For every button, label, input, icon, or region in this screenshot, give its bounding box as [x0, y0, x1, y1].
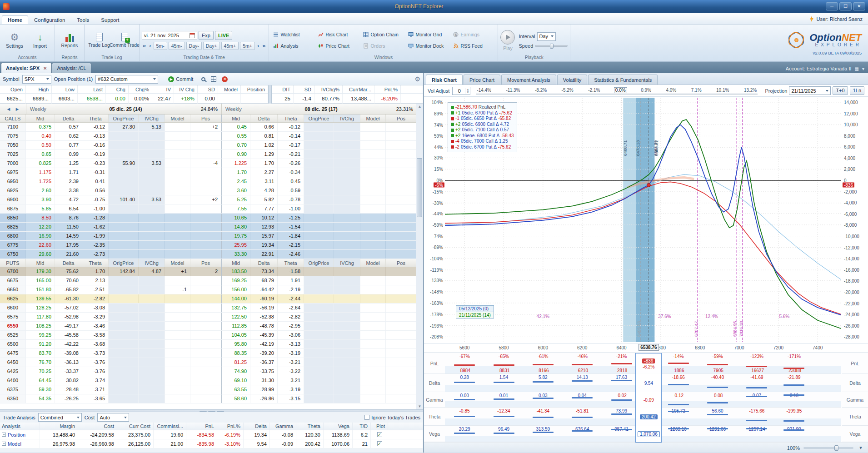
option-cell[interactable]: -68.79	[250, 276, 278, 285]
trade-log-button[interactable]: Trade Log	[87, 27, 111, 54]
option-cell[interactable]	[360, 141, 386, 149]
option-cell[interactable]: 55.90	[109, 159, 139, 168]
option-cell[interactable]	[360, 232, 386, 240]
option-cell[interactable]: 1.70	[221, 168, 250, 177]
panel-menu-icon[interactable]: ▾	[862, 66, 864, 71]
strike-cell[interactable]: 6775	[0, 241, 26, 249]
option-cell[interactable]	[139, 232, 165, 240]
option-cell[interactable]: 101.40	[109, 195, 139, 204]
window-toggle-risk-chart[interactable]: Risk Chart	[316, 30, 360, 40]
option-cell[interactable]	[334, 349, 360, 358]
option-cell[interactable]: 165.00	[26, 276, 55, 285]
option-cell[interactable]: 0.55	[221, 132, 250, 140]
window-toggle-analysis[interactable]: Analysis	[271, 41, 315, 51]
option-cell[interactable]	[386, 195, 417, 204]
option-cell[interactable]: 5.85	[26, 204, 55, 213]
option-cell[interactable]	[190, 331, 221, 339]
strike-cell[interactable]: 7100	[0, 123, 26, 131]
window-toggle-earnings[interactable]: $Earnings	[451, 30, 495, 40]
option-cell[interactable]	[304, 285, 334, 294]
vol-scale-tick[interactable]: 13.2%	[743, 88, 758, 93]
option-cell[interactable]: -2.51	[82, 285, 109, 294]
option-cell[interactable]: 0.70	[221, 141, 250, 149]
chain-row[interactable]: 642570.25-33.37-3.7674.90-33.75-3.22	[0, 367, 416, 376]
option-cell[interactable]: 5.82	[250, 195, 278, 204]
option-cell[interactable]	[165, 340, 190, 348]
option-cell[interactable]: 112.85	[221, 322, 250, 330]
option-cell[interactable]	[334, 159, 360, 168]
symbol-combo[interactable]: SPX	[22, 75, 51, 84]
chain-row[interactable]: 635054.35-26.25-3.6558.60-26.86-3.15	[0, 394, 416, 403]
option-cell[interactable]: 33.30	[221, 250, 250, 259]
option-cell[interactable]	[304, 159, 334, 168]
option-cell[interactable]: -0.23	[82, 159, 109, 168]
option-cell[interactable]	[109, 340, 139, 348]
option-cell[interactable]	[334, 267, 360, 276]
option-cell[interactable]	[360, 367, 386, 376]
option-cell[interactable]	[165, 304, 190, 312]
time-step-button[interactable]: 45m-	[169, 42, 185, 50]
menu-home[interactable]: Home	[2, 15, 28, 24]
option-cell[interactable]: -3.06	[278, 331, 304, 339]
vol-scale-tick[interactable]: -2.1%	[587, 88, 601, 93]
scroll-down-icon[interactable]: ▼	[416, 404, 423, 408]
option-cell[interactable]: 19.75	[221, 232, 250, 240]
option-cell[interactable]	[190, 168, 221, 177]
option-cell[interactable]: 0.90	[221, 150, 250, 159]
option-cell[interactable]: -42.19	[250, 340, 278, 348]
option-cell[interactable]: -0.78	[278, 195, 304, 204]
close-button[interactable]: ✕	[853, 2, 865, 10]
tab-statistics-fundamentals[interactable]: Statistics & Fundamentals	[588, 75, 658, 85]
option-cell[interactable]	[386, 267, 417, 276]
option-cell[interactable]: 0.65	[26, 150, 55, 159]
option-cell[interactable]	[334, 367, 360, 376]
commit-trade-button[interactable]: Commit Trade	[112, 27, 137, 54]
speed-slider-thumb[interactable]	[550, 44, 554, 49]
option-cell[interactable]: -30.82	[55, 376, 82, 385]
option-cell[interactable]: -36.37	[250, 358, 278, 367]
option-cell[interactable]	[109, 250, 139, 259]
option-cell[interactable]: -3.76	[82, 358, 109, 367]
scroll-thumb[interactable]	[417, 158, 422, 217]
window-toggle-price-chart[interactable]: Price Chart	[316, 41, 360, 51]
option-cell[interactable]	[109, 367, 139, 376]
option-cell[interactable]: 8.76	[55, 214, 82, 222]
option-cell[interactable]: -2	[190, 267, 221, 276]
strike-cell[interactable]: 6875	[0, 204, 26, 213]
option-cell[interactable]	[386, 223, 417, 231]
option-cell[interactable]: 95.80	[221, 340, 250, 348]
ta-row-name[interactable]: +Model	[0, 439, 40, 448]
window-toggle-watchlist[interactable]: Watchlist	[271, 30, 315, 40]
option-cell[interactable]: -0.16	[82, 141, 109, 149]
option-cell[interactable]	[334, 331, 360, 339]
option-cell[interactable]	[386, 358, 417, 367]
option-cell[interactable]	[360, 241, 386, 249]
option-cell[interactable]: 1.225	[221, 159, 250, 168]
option-cell[interactable]	[334, 394, 360, 403]
chain-row[interactable]: 6550108.25-49.17-3.46112.85-48.78-2.95	[0, 322, 416, 331]
option-cell[interactable]	[360, 168, 386, 177]
option-cell[interactable]: -3.76	[82, 367, 109, 376]
option-cell[interactable]	[304, 313, 334, 321]
option-cell[interactable]	[190, 385, 221, 394]
option-cell[interactable]: 22.60	[26, 241, 55, 249]
option-cell[interactable]	[304, 276, 334, 285]
option-cell[interactable]	[334, 322, 360, 330]
option-cell[interactable]: -28.99	[250, 385, 278, 394]
option-cell[interactable]	[304, 340, 334, 348]
option-cell[interactable]: -0.75	[82, 195, 109, 204]
option-cell[interactable]	[360, 313, 386, 321]
option-cell[interactable]: 11.50	[55, 223, 82, 231]
option-cell[interactable]	[109, 223, 139, 231]
option-cell[interactable]	[334, 304, 360, 312]
chain-row[interactable]: 70750.400.62-0.130.550.81-0.14	[0, 132, 416, 141]
option-cell[interactable]	[109, 204, 139, 213]
option-cell[interactable]: 2.39	[55, 177, 82, 186]
option-cell[interactable]: 104.05	[221, 331, 250, 339]
ta-plot-cell[interactable]: ✓	[371, 439, 388, 448]
option-cell[interactable]: 17.95	[55, 241, 82, 249]
option-cell[interactable]: -3.13	[278, 340, 304, 348]
panel-options-icon[interactable]: ▾	[857, 445, 864, 451]
option-cell[interactable]: -1.70	[82, 267, 109, 276]
menu-tools[interactable]: Tools	[71, 15, 95, 24]
